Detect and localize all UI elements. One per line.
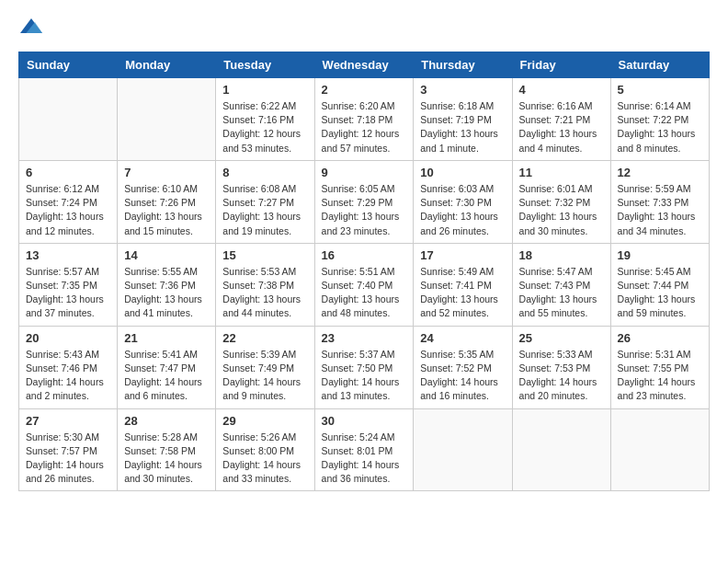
day-number: 19 [618,248,702,262]
day-number: 26 [618,331,702,345]
day-info: Sunrise: 5:33 AMSunset: 7:53 PMDaylight:… [519,348,604,404]
day-info: Sunrise: 5:57 AMSunset: 7:35 PMDaylight:… [26,265,110,321]
calendar-table: SundayMondayTuesdayWednesdayThursdayFrid… [18,52,710,491]
calendar-cell: 30Sunrise: 5:24 AMSunset: 8:01 PMDayligh… [314,408,414,491]
calendar-cell: 24Sunrise: 5:35 AMSunset: 7:52 PMDayligh… [414,326,512,408]
calendar-cell: 20Sunrise: 5:43 AMSunset: 7:46 PMDayligh… [19,326,118,408]
day-number: 13 [26,248,110,262]
day-info: Sunrise: 6:18 AMSunset: 7:19 PMDaylight:… [420,99,505,155]
calendar-cell: 21Sunrise: 5:41 AMSunset: 7:47 PMDayligh… [118,326,216,408]
calendar-cell: 25Sunrise: 5:33 AMSunset: 7:53 PMDayligh… [512,326,610,408]
calendar-cell: 2Sunrise: 6:20 AMSunset: 7:18 PMDaylight… [314,78,414,161]
day-number: 24 [420,331,505,345]
calendar-cell: 12Sunrise: 5:59 AMSunset: 7:33 PMDayligh… [610,160,709,243]
calendar-header-row: SundayMondayTuesdayWednesdayThursdayFrid… [19,52,710,78]
day-info: Sunrise: 6:08 AMSunset: 7:27 PMDaylight:… [222,182,307,238]
calendar-cell: 27Sunrise: 5:30 AMSunset: 7:57 PMDayligh… [19,408,118,491]
day-number: 12 [618,166,702,179]
day-number: 2 [322,83,407,97]
calendar-cell: 28Sunrise: 5:28 AMSunset: 7:58 PMDayligh… [118,408,216,491]
calendar-cell [512,408,610,491]
page-header [18,18,710,37]
day-info: Sunrise: 6:10 AMSunset: 7:26 PMDaylight:… [124,182,209,238]
day-info: Sunrise: 5:47 AMSunset: 7:43 PMDaylight:… [519,265,604,321]
day-info: Sunrise: 5:37 AMSunset: 7:50 PMDaylight:… [322,348,407,404]
day-number: 29 [222,414,307,428]
day-number: 10 [420,166,505,179]
day-number: 17 [420,248,505,262]
col-header-monday: Monday [118,52,216,78]
day-number: 1 [222,83,307,97]
day-number: 5 [618,83,702,97]
day-info: Sunrise: 5:39 AMSunset: 7:49 PMDaylight:… [222,348,307,404]
calendar-cell: 18Sunrise: 5:47 AMSunset: 7:43 PMDayligh… [512,243,610,326]
calendar-cell: 3Sunrise: 6:18 AMSunset: 7:19 PMDaylight… [414,78,512,161]
calendar-cell: 17Sunrise: 5:49 AMSunset: 7:41 PMDayligh… [414,243,512,326]
logo-icon [20,18,42,37]
calendar-cell: 9Sunrise: 6:05 AMSunset: 7:29 PMDaylight… [314,160,414,243]
col-header-friday: Friday [512,52,610,78]
col-header-wednesday: Wednesday [314,52,414,78]
day-number: 22 [222,331,307,345]
calendar-cell: 19Sunrise: 5:45 AMSunset: 7:44 PMDayligh… [610,243,709,326]
calendar-cell: 29Sunrise: 5:26 AMSunset: 8:00 PMDayligh… [216,408,314,491]
day-info: Sunrise: 5:35 AMSunset: 7:52 PMDaylight:… [420,348,505,404]
calendar-cell: 22Sunrise: 5:39 AMSunset: 7:49 PMDayligh… [216,326,314,408]
day-number: 21 [124,331,209,345]
day-info: Sunrise: 5:55 AMSunset: 7:36 PMDaylight:… [124,265,209,321]
day-info: Sunrise: 6:14 AMSunset: 7:22 PMDaylight:… [618,99,702,155]
calendar-week-row: 1Sunrise: 6:22 AMSunset: 7:16 PMDaylight… [19,78,710,161]
day-number: 9 [322,166,407,179]
calendar-cell [610,408,709,491]
col-header-sunday: Sunday [19,52,118,78]
day-number: 20 [26,331,110,345]
calendar-cell [118,78,216,161]
day-info: Sunrise: 5:28 AMSunset: 7:58 PMDaylight:… [124,431,209,487]
day-info: Sunrise: 5:26 AMSunset: 8:00 PMDaylight:… [222,431,307,487]
day-info: Sunrise: 6:01 AMSunset: 7:32 PMDaylight:… [519,182,604,238]
day-info: Sunrise: 5:49 AMSunset: 7:41 PMDaylight:… [420,265,505,321]
calendar-cell: 1Sunrise: 6:22 AMSunset: 7:16 PMDaylight… [216,78,314,161]
day-info: Sunrise: 6:16 AMSunset: 7:21 PMDaylight:… [519,99,604,155]
day-number: 16 [322,248,407,262]
day-number: 15 [222,248,307,262]
day-number: 3 [420,83,505,97]
calendar-cell: 4Sunrise: 6:16 AMSunset: 7:21 PMDaylight… [512,78,610,161]
calendar-cell: 10Sunrise: 6:03 AMSunset: 7:30 PMDayligh… [414,160,512,243]
day-info: Sunrise: 5:30 AMSunset: 7:57 PMDaylight:… [26,431,110,487]
calendar-cell: 6Sunrise: 6:12 AMSunset: 7:24 PMDaylight… [19,160,118,243]
calendar-cell: 15Sunrise: 5:53 AMSunset: 7:38 PMDayligh… [216,243,314,326]
day-number: 30 [322,414,407,428]
day-info: Sunrise: 5:43 AMSunset: 7:46 PMDaylight:… [26,348,110,404]
day-number: 7 [124,166,209,179]
col-header-tuesday: Tuesday [216,52,314,78]
day-info: Sunrise: 5:24 AMSunset: 8:01 PMDaylight:… [322,431,407,487]
day-number: 14 [124,248,209,262]
day-number: 11 [519,166,604,179]
calendar-cell: 13Sunrise: 5:57 AMSunset: 7:35 PMDayligh… [19,243,118,326]
logo [18,18,46,37]
day-number: 18 [519,248,604,262]
calendar-cell [414,408,512,491]
day-info: Sunrise: 5:45 AMSunset: 7:44 PMDaylight:… [618,265,702,321]
calendar-week-row: 6Sunrise: 6:12 AMSunset: 7:24 PMDaylight… [19,160,710,243]
calendar-week-row: 27Sunrise: 5:30 AMSunset: 7:57 PMDayligh… [19,408,710,491]
day-number: 28 [124,414,209,428]
calendar-cell: 23Sunrise: 5:37 AMSunset: 7:50 PMDayligh… [314,326,414,408]
day-info: Sunrise: 5:59 AMSunset: 7:33 PMDaylight:… [618,182,702,238]
calendar-week-row: 13Sunrise: 5:57 AMSunset: 7:35 PMDayligh… [19,243,710,326]
day-info: Sunrise: 6:05 AMSunset: 7:29 PMDaylight:… [322,182,407,238]
day-number: 4 [519,83,604,97]
day-info: Sunrise: 6:20 AMSunset: 7:18 PMDaylight:… [322,99,407,155]
day-info: Sunrise: 6:12 AMSunset: 7:24 PMDaylight:… [26,182,110,238]
calendar-week-row: 20Sunrise: 5:43 AMSunset: 7:46 PMDayligh… [19,326,710,408]
calendar-cell: 5Sunrise: 6:14 AMSunset: 7:22 PMDaylight… [610,78,709,161]
day-number: 8 [222,166,307,179]
day-info: Sunrise: 6:03 AMSunset: 7:30 PMDaylight:… [420,182,505,238]
col-header-saturday: Saturday [610,52,709,78]
calendar-cell: 7Sunrise: 6:10 AMSunset: 7:26 PMDaylight… [118,160,216,243]
day-info: Sunrise: 6:22 AMSunset: 7:16 PMDaylight:… [222,99,307,155]
day-info: Sunrise: 5:51 AMSunset: 7:40 PMDaylight:… [322,265,407,321]
day-number: 27 [26,414,110,428]
day-number: 6 [26,166,110,179]
